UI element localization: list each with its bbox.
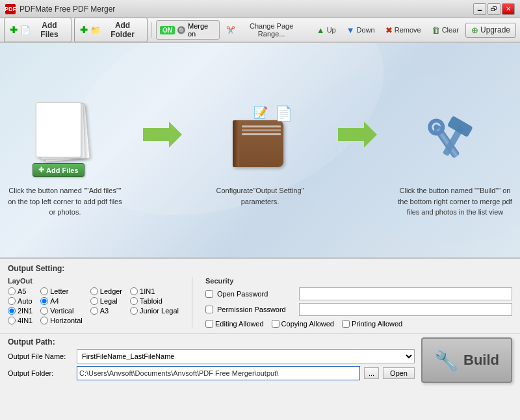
editing-allowed-label: Editing Allowed	[215, 320, 264, 328]
remove-label: Remove	[395, 26, 421, 34]
upgrade-button[interactable]: ⊕ Upgrade	[465, 23, 516, 38]
radio-legal-input[interactable]	[90, 297, 98, 305]
folder-input[interactable]	[77, 366, 360, 380]
add-folder-button[interactable]: ✚ 📁 Add Folder	[74, 18, 148, 42]
book-pages	[242, 125, 281, 135]
settings-area: Output Setting: LayOut A5 Letter Ledger …	[0, 257, 520, 333]
browse-button[interactable]: ...	[364, 367, 379, 379]
down-icon: ▼	[346, 25, 355, 35]
layout-radio-grid: A5 Letter Ledger 1IN1 Auto A4 Legal Tabl…	[8, 287, 179, 324]
editing-allowed-checkbox[interactable]	[205, 320, 213, 328]
settings-page-icon: 📄	[275, 105, 292, 122]
up-icon: ▲	[317, 25, 325, 35]
copying-allowed[interactable]: Copying Allowed	[272, 320, 334, 328]
radio-vertical-input[interactable]	[40, 307, 48, 315]
build-label: Build	[463, 352, 499, 369]
radio-2in1-input[interactable]	[8, 307, 16, 315]
layout-section: LayOut A5 Letter Ledger 1IN1 Auto A4 Leg…	[8, 277, 179, 328]
radio-ledger[interactable]: Ledger	[90, 287, 122, 295]
radio-a4[interactable]: A4	[40, 297, 83, 305]
radio-a3-input[interactable]	[90, 307, 98, 315]
add-files-btn-plus: ✚	[38, 166, 44, 174]
radio-junior-legal-input[interactable]	[130, 307, 138, 315]
radio-vertical[interactable]: Vertical	[40, 307, 83, 315]
add-files-icon-badge: ✚ Add Files	[32, 163, 84, 177]
folder-row: Output Folder: ... Open	[8, 366, 415, 380]
open-password-label: Open Password	[217, 290, 295, 298]
radio-4in1[interactable]: 4IN1	[8, 317, 32, 324]
add-folder-label: Add Folder	[103, 21, 142, 39]
printing-allowed[interactable]: Printing Allowed	[342, 320, 402, 328]
clear-label: Clear	[442, 26, 459, 34]
title-bar: PDF PDFMate Free PDF Merger 🗕 🗗 ✕	[0, 0, 520, 18]
step-3-text: Click the button named ""Build"" on the …	[396, 185, 514, 218]
radio-1in1[interactable]: 1IN1	[130, 287, 179, 295]
toolbar: ✚ 📄 Add Files ✚ 📁 Add Folder ON 🔘 Merge …	[0, 18, 520, 43]
radio-1in1-input[interactable]	[130, 287, 138, 295]
radio-2in1[interactable]: 2IN1	[8, 307, 32, 315]
open-password-checkbox[interactable]	[205, 290, 213, 298]
open-password-input[interactable]	[299, 287, 512, 300]
up-button[interactable]: ▲ Up	[313, 24, 340, 36]
pdf-stack-icon: PDF JPG ✚ Add Files	[32, 102, 98, 174]
radio-4in1-input[interactable]	[8, 317, 16, 324]
radio-a3[interactable]: A3	[90, 307, 122, 315]
security-label: Security	[205, 277, 512, 285]
output-setting-title: Output Setting:	[8, 264, 512, 273]
radio-tabloid[interactable]: Tabloid	[130, 297, 179, 305]
radio-legal[interactable]: Legal	[90, 297, 122, 305]
maximize-button[interactable]: 🗗	[488, 3, 500, 15]
radio-a5-input[interactable]	[8, 287, 16, 295]
folder-label: Output Folder:	[8, 369, 73, 377]
build-button[interactable]: 🔧 Build	[421, 337, 512, 383]
radio-a5[interactable]: A5	[8, 287, 32, 295]
radio-letter-input[interactable]	[40, 287, 48, 295]
tools-icon	[422, 105, 488, 170]
radio-ledger-input[interactable]	[90, 287, 98, 295]
security-rows: Open Password Permission Password Editin…	[205, 287, 512, 328]
toolbar-separator-1	[151, 22, 152, 38]
radio-horizontal-input[interactable]	[40, 317, 48, 324]
radio-auto-input[interactable]	[8, 297, 16, 305]
main-area: PDF JPG ✚ Add Files Click the button nam…	[0, 43, 520, 257]
svg-marker-0	[143, 122, 182, 148]
remove-icon: ✖	[385, 25, 393, 35]
page-range-icon: ✂️	[226, 26, 235, 34]
radio-horizontal[interactable]: Horizontal	[40, 317, 83, 324]
clear-button[interactable]: 🗑 Clear	[428, 24, 463, 36]
arrow-2-svg	[338, 122, 377, 148]
down-button[interactable]: ▼ Down	[343, 24, 379, 36]
settings-row: LayOut A5 Letter Ledger 1IN1 Auto A4 Leg…	[8, 277, 512, 328]
add-files-button[interactable]: ✚ 📄 Add Files	[4, 18, 72, 42]
permission-password-label: Permission Password	[217, 306, 295, 313]
minimize-button[interactable]: 🗕	[473, 3, 486, 15]
copying-allowed-checkbox[interactable]	[272, 320, 280, 328]
remove-button[interactable]: ✖ Remove	[382, 24, 425, 36]
merge-toggle[interactable]: ON 🔘 Merge on	[156, 20, 220, 40]
arrow-1	[143, 96, 182, 148]
printing-allowed-label: Printing Allowed	[352, 320, 402, 328]
permission-password-input[interactable]	[299, 303, 512, 316]
editing-allowed[interactable]: Editing Allowed	[205, 320, 264, 328]
step-3: Click the button named ""Build"" on the …	[390, 96, 520, 218]
add-folder-add-icon: ✚	[80, 25, 88, 35]
radio-letter[interactable]: Letter	[40, 287, 83, 295]
output-left: Output Path: Output File Name: FirstFile…	[8, 337, 415, 383]
window-controls: 🗕 🗗 ✕	[473, 3, 515, 15]
arrow-2	[338, 96, 377, 148]
add-files-btn-text: Add Files	[46, 166, 79, 174]
radio-junior-legal[interactable]: Junior Legal	[130, 307, 179, 315]
open-button[interactable]: Open	[383, 367, 415, 379]
output-path-title: Output Path:	[8, 337, 415, 347]
close-button[interactable]: ✕	[502, 3, 515, 15]
radio-a4-input[interactable]	[40, 297, 48, 305]
app-icon: PDF	[5, 4, 16, 14]
step-2-text: Configurate"Output Setting" parameters.	[202, 185, 318, 207]
change-page-range-button[interactable]: ✂️ Change Page Range...	[222, 21, 310, 39]
output-area: Output Path: Output File Name: FirstFile…	[0, 333, 520, 388]
radio-tabloid-input[interactable]	[130, 297, 138, 305]
printing-allowed-checkbox[interactable]	[342, 320, 350, 328]
file-name-select[interactable]: FirstFileName_LastFileName	[77, 349, 415, 363]
permission-password-checkbox[interactable]	[205, 306, 213, 313]
radio-auto[interactable]: Auto	[8, 297, 32, 305]
